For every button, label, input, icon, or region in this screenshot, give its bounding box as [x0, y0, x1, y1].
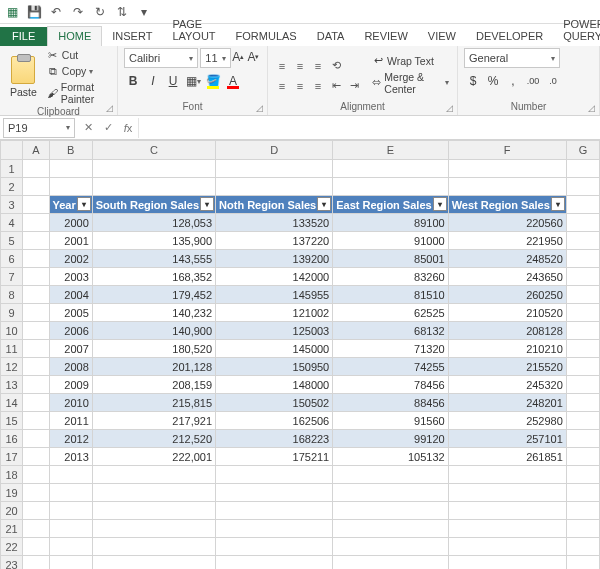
increase-decimal-icon[interactable]: .00: [524, 72, 542, 90]
table-cell[interactable]: 125003: [216, 322, 333, 340]
formula-input[interactable]: [138, 118, 600, 138]
bold-button[interactable]: B: [124, 72, 142, 90]
increase-indent-icon[interactable]: ⇥: [346, 78, 362, 94]
cell[interactable]: [448, 520, 566, 538]
row-header[interactable]: 9: [1, 304, 23, 322]
table-cell[interactable]: 143,555: [92, 250, 215, 268]
font-family-select[interactable]: Calibri▾: [124, 48, 198, 68]
tab-review[interactable]: REVIEW: [354, 27, 417, 46]
cell[interactable]: [23, 556, 49, 570]
cell[interactable]: [23, 214, 49, 232]
cell[interactable]: [23, 340, 49, 358]
table-cell[interactable]: 137220: [216, 232, 333, 250]
cancel-icon[interactable]: ✕: [82, 122, 94, 134]
cell[interactable]: [566, 250, 599, 268]
table-cell[interactable]: 128,053: [92, 214, 215, 232]
table-cell[interactable]: 91560: [333, 412, 448, 430]
merge-center-button[interactable]: ⬄Merge & Center▾: [370, 70, 451, 96]
cell[interactable]: [23, 358, 49, 376]
cell[interactable]: [216, 502, 333, 520]
table-cell[interactable]: 105132: [333, 448, 448, 466]
cell[interactable]: [566, 394, 599, 412]
table-header-cell[interactable]: Year▾: [49, 196, 92, 214]
table-cell[interactable]: 212,520: [92, 430, 215, 448]
column-header[interactable]: D: [216, 141, 333, 160]
underline-button[interactable]: U: [164, 72, 182, 90]
decrease-decimal-icon[interactable]: .0: [544, 72, 562, 90]
table-cell[interactable]: 210520: [448, 304, 566, 322]
cell[interactable]: [448, 538, 566, 556]
row-header[interactable]: 1: [1, 160, 23, 178]
row-header[interactable]: 4: [1, 214, 23, 232]
row-header[interactable]: 22: [1, 538, 23, 556]
currency-button[interactable]: $: [464, 72, 482, 90]
cell[interactable]: [23, 178, 49, 196]
tab-power-query[interactable]: POWER QUERY: [553, 15, 600, 46]
number-format-select[interactable]: General▾: [464, 48, 560, 68]
cell[interactable]: [216, 556, 333, 570]
copy-button[interactable]: ⧉Copy▾: [45, 64, 111, 78]
cell[interactable]: [566, 448, 599, 466]
cell[interactable]: [333, 466, 448, 484]
table-cell[interactable]: 261851: [448, 448, 566, 466]
cell[interactable]: [566, 466, 599, 484]
table-cell[interactable]: 248201: [448, 394, 566, 412]
table-cell[interactable]: 62525: [333, 304, 448, 322]
format-painter-button[interactable]: 🖌Format Painter: [45, 80, 111, 106]
table-cell[interactable]: 168223: [216, 430, 333, 448]
table-cell[interactable]: 248520: [448, 250, 566, 268]
cell[interactable]: [216, 538, 333, 556]
cell[interactable]: [566, 178, 599, 196]
align-center-icon[interactable]: ≡: [292, 78, 308, 94]
cell[interactable]: [49, 466, 92, 484]
table-cell[interactable]: 139200: [216, 250, 333, 268]
cell[interactable]: [333, 520, 448, 538]
cell[interactable]: [23, 376, 49, 394]
cell[interactable]: [566, 484, 599, 502]
table-cell[interactable]: 68132: [333, 322, 448, 340]
tab-insert[interactable]: INSERT: [102, 27, 162, 46]
cell[interactable]: [49, 538, 92, 556]
cell[interactable]: [23, 286, 49, 304]
cell[interactable]: [216, 466, 333, 484]
table-cell[interactable]: 201,128: [92, 358, 215, 376]
table-cell[interactable]: 2002: [49, 250, 92, 268]
tab-page-layout[interactable]: PAGE LAYOUT: [162, 15, 225, 46]
cell[interactable]: [333, 502, 448, 520]
decrease-font-icon[interactable]: A▾: [246, 48, 261, 66]
tab-home[interactable]: HOME: [47, 26, 102, 46]
qat-customize-icon[interactable]: ▾: [136, 4, 152, 20]
table-cell[interactable]: 168,352: [92, 268, 215, 286]
column-header[interactable]: A: [23, 141, 49, 160]
row-header[interactable]: 3: [1, 196, 23, 214]
cell[interactable]: [216, 160, 333, 178]
table-cell[interactable]: 180,520: [92, 340, 215, 358]
name-box[interactable]: P19▾: [3, 118, 75, 138]
table-cell[interactable]: 85001: [333, 250, 448, 268]
filter-button-icon[interactable]: ▾: [200, 197, 214, 211]
row-header[interactable]: 11: [1, 340, 23, 358]
table-cell[interactable]: 121002: [216, 304, 333, 322]
table-cell[interactable]: 145955: [216, 286, 333, 304]
table-cell[interactable]: 2010: [49, 394, 92, 412]
table-cell[interactable]: 208128: [448, 322, 566, 340]
table-cell[interactable]: 140,232: [92, 304, 215, 322]
table-header-cell[interactable]: West Region Sales▾: [448, 196, 566, 214]
table-cell[interactable]: 210210: [448, 340, 566, 358]
row-header[interactable]: 10: [1, 322, 23, 340]
table-header-cell[interactable]: South Region Sales▾: [92, 196, 215, 214]
cell[interactable]: [566, 268, 599, 286]
cell[interactable]: [92, 178, 215, 196]
table-cell[interactable]: 221950: [448, 232, 566, 250]
cell[interactable]: [566, 376, 599, 394]
border-button[interactable]: ▦▾: [184, 72, 202, 90]
filter-button-icon[interactable]: ▾: [551, 197, 565, 211]
filter-button-icon[interactable]: ▾: [433, 197, 447, 211]
cut-button[interactable]: ✂Cut: [45, 48, 111, 62]
table-cell[interactable]: 215,815: [92, 394, 215, 412]
table-header-cell[interactable]: Noth Region Sales▾: [216, 196, 333, 214]
cell[interactable]: [49, 484, 92, 502]
table-header-cell[interactable]: East Region Sales▾: [333, 196, 448, 214]
table-cell[interactable]: 145000: [216, 340, 333, 358]
enter-icon[interactable]: ✓: [102, 122, 114, 134]
